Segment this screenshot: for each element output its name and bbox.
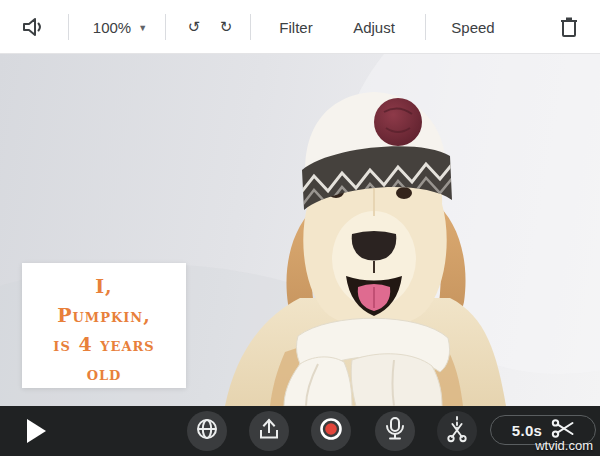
toolbar-divider [165, 14, 166, 40]
split-scissors-icon [444, 415, 470, 447]
toolbar-divider [250, 14, 251, 40]
caption-line: is 4 years [22, 330, 186, 359]
adjust-button[interactable]: Adjust [345, 0, 403, 54]
chevron-down-icon: ▼ [138, 23, 147, 33]
speaker-icon [20, 15, 46, 39]
caption-line: Pumpkin, [22, 301, 186, 330]
upload-button[interactable] [249, 411, 289, 451]
mic-button[interactable] [375, 411, 415, 451]
split-button[interactable] [437, 411, 477, 451]
toolbar-divider [425, 14, 426, 40]
microphone-icon [383, 416, 407, 446]
video-canvas: I, Pumpkin, is 4 years old [0, 54, 600, 406]
playback-controlbar: 5.0s wtvid.com [0, 406, 600, 456]
scissors-icon [551, 419, 574, 442]
top-toolbar: 100% ▼ ↺ ↻ Filter Adjust Speed [0, 0, 600, 54]
toolbar-divider [68, 14, 69, 40]
globe-icon [195, 417, 219, 445]
zoom-dropdown[interactable]: 100% ▼ [84, 0, 156, 54]
caption-line: I, [22, 272, 186, 301]
globe-button[interactable] [187, 411, 227, 451]
speed-button[interactable]: Speed [447, 0, 499, 54]
caption-line: old [22, 359, 186, 388]
rotate-ccw-button[interactable]: ↺ [179, 0, 209, 54]
trash-icon [558, 15, 580, 39]
zoom-level-value: 100% [93, 19, 131, 36]
rotate-cw-button[interactable]: ↻ [211, 0, 241, 54]
volume-button[interactable] [14, 0, 52, 54]
delete-button[interactable] [552, 0, 586, 54]
video-editor-window: 100% ▼ ↺ ↻ Filter Adjust Speed [0, 0, 600, 456]
rotate-ccw-icon: ↺ [188, 20, 201, 35]
rotate-cw-icon: ↻ [220, 20, 233, 35]
trim-duration-button[interactable]: 5.0s [490, 415, 596, 445]
caption-text-box[interactable]: I, Pumpkin, is 4 years old [22, 263, 186, 388]
filter-button[interactable]: Filter [269, 0, 323, 54]
record-icon [318, 416, 344, 446]
play-button[interactable] [27, 419, 47, 443]
upload-icon [257, 417, 281, 445]
clip-duration-value: 5.0s [512, 422, 542, 439]
record-button[interactable] [311, 411, 351, 451]
play-icon [27, 429, 47, 446]
